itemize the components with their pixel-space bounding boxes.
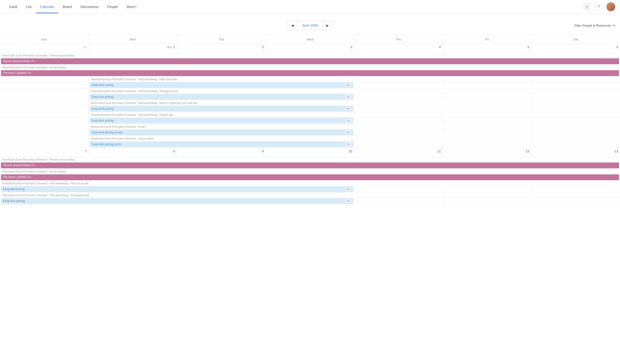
day-6: 6 [531, 44, 620, 53]
week2-sub1-breadcrumb: TeamGantt Event Promotion Schedule : Pai… [0, 193, 620, 198]
day-10: 10 [266, 148, 354, 157]
current-month-label[interactable]: June 2020 [297, 21, 323, 30]
day-3: 3 [266, 44, 354, 53]
filter-people-resources-button[interactable]: Filter People & Resources ▼ [574, 24, 615, 27]
week1-bar1-cell[interactable]: Secure sponsorships 0% [0, 58, 620, 65]
filter-label: Filter People & Resources [574, 24, 611, 27]
week1-bar2-cell[interactable]: Pre-event updates 0% [0, 70, 620, 77]
calendar-header-row: Sun Mon Tue Wed Thu Fri Sat [0, 35, 620, 44]
week1-sub2-breadcrumb: TeamGantt Event Promotion Schedule : Pai… [0, 101, 620, 105]
help-icon-button[interactable]: ? [595, 3, 603, 11]
nav-discussions[interactable]: Discussions [76, 0, 103, 13]
pre-event-updates-bar[interactable]: Pre-event updates 0% [1, 70, 619, 76]
month-label-jun: Jun [167, 45, 172, 49]
user-avatar[interactable] [606, 2, 615, 11]
next-month-button[interactable]: ▶ [323, 21, 332, 30]
col-header-thu: Thu [354, 35, 443, 44]
week2-sub1-bar-row[interactable]: Early-bird pricing 0% [0, 198, 620, 205]
sub4-bar-cell[interactable]: Early-bird pricing emails 0% [89, 129, 354, 136]
sub2-pct: 0% [345, 107, 351, 110]
week2-sub0-bar[interactable]: Early-bird pricing 0% [1, 186, 353, 192]
sub5-bar-cell[interactable]: Early-bird pricing posts 0% [89, 141, 354, 148]
week2-bar2-row[interactable]: Pre-event updates 0% [0, 174, 620, 181]
day-5: 5 [443, 44, 532, 53]
sub2-bar[interactable]: Early-bird pricing 0% [90, 106, 353, 112]
week2-secure-sponsorships-bar[interactable]: Secure sponsorships 0% [1, 163, 619, 168]
week1-bar2-row[interactable]: Pre-event updates 0% [0, 70, 620, 77]
week1-breadcrumb2-row: TeamGantt Event Promotion Schedule : Eve… [0, 65, 620, 70]
sub0-pct: 0% [345, 83, 351, 87]
week1-sub5-bar-row[interactable]: Early-bird pricing posts 0% [0, 141, 620, 148]
col-header-wed: Wed [266, 35, 354, 44]
week2-bar1-row[interactable]: Secure sponsorships 0% [0, 162, 620, 169]
col-header-mon: Mon [89, 35, 177, 44]
nav-board[interactable]: Board [58, 0, 76, 13]
day-11: 11 [354, 148, 443, 157]
week2-sub0-bar-cell[interactable]: Early-bird pricing 0% [0, 186, 354, 193]
week2-bar1-cell[interactable]: Secure sponsorships 0% [0, 162, 620, 169]
week2-sub1-bar-cell[interactable]: Early-bird pricing 0% [0, 198, 354, 205]
sub4-label: TeamGantt Event Promotion Schedule : Ema… [89, 124, 620, 129]
week2-sub1-pct: 0% [345, 199, 351, 203]
week2-sub1-bar[interactable]: Early-bird pricing 0% [1, 198, 353, 204]
week1-sub3-breadcrumb: TeamGantt Event Promotion Schedule : Pai… [0, 112, 620, 117]
day-31: 31 [0, 44, 89, 53]
nav-calendar[interactable]: Calendar [36, 0, 58, 13]
sub0-bar-cell[interactable]: Early-bird pricing 0% [89, 82, 354, 89]
week1-sub2-bar-row[interactable]: Early-bird pricing 0% [0, 105, 620, 112]
week1-sub0-bar-row[interactable]: Early-bird pricing 0% [0, 82, 620, 89]
week2-sub0-bar-label: Early-bird pricing [3, 187, 25, 191]
sub4-bar[interactable]: Early-bird pricing emails 0% [90, 130, 353, 135]
secure-sponsorships-pct: 0% [31, 60, 35, 62]
nav-list[interactable]: List [22, 0, 36, 13]
calendar-view: Sun Mon Tue Wed Thu Fri Sat 31 Jun1 2 3 … [0, 35, 620, 205]
week2-breadcrumb1: TeamGantt Event Promotion Schedule : Par… [0, 157, 620, 162]
sub3-pct: 0% [345, 119, 351, 122]
nav-people[interactable]: People [103, 0, 122, 13]
nav-gantt[interactable]: Gantt [5, 0, 22, 13]
sub5-bar[interactable]: Early-bird pricing posts 0% [90, 141, 353, 147]
clock-icon-button[interactable]: ◴ [583, 3, 591, 11]
sub1-bar[interactable]: Early-bird pricing 0% [90, 94, 353, 100]
sub3-bar[interactable]: Early-bird pricing 0% [90, 118, 353, 123]
sub0-bar[interactable]: Early-bird pricing 0% [90, 82, 353, 88]
sub2-bar-cell[interactable]: Early-bird pricing 0% [89, 105, 354, 112]
week1-sub3-bar-row[interactable]: Early-bird pricing 0% [0, 117, 620, 124]
sub1-pct: 0% [345, 95, 351, 99]
sub3-empty [0, 117, 89, 124]
clock-icon: ◴ [585, 4, 589, 9]
col-header-fri: Fri [443, 35, 532, 44]
week1-sub1-bar-row[interactable]: Early-bird pricing 0% [0, 93, 620, 101]
day-2: 2 [177, 44, 266, 53]
week1-breadcrumb1: TeamGantt Event Promotion Schedule : Par… [0, 53, 620, 58]
more-dropdown-icon: ▾ [135, 5, 137, 8]
week2-pre-event-updates-bar[interactable]: Pre-event updates 0% [1, 174, 619, 180]
sub3-bar-cell[interactable]: Early-bird pricing 0% [89, 117, 354, 124]
week2-sub0-bar-row[interactable]: Early-bird pricing 0% [0, 186, 620, 193]
week1-breadcrumb1-row: TeamGantt Event Promotion Schedule : Par… [0, 53, 620, 58]
week1-sub4-bar-row[interactable]: Early-bird pricing emails 0% [0, 129, 620, 136]
week2-breadcrumb2: TeamGantt Event Promotion Schedule : Eve… [0, 169, 620, 174]
week2-breadcrumb2-row: TeamGantt Event Promotion Schedule : Eve… [0, 169, 620, 174]
sub1-empty [0, 93, 89, 101]
nav-more[interactable]: More ▾ [122, 0, 141, 13]
sub0-label: TeamGantt Event Promotion Schedule : Pai… [89, 77, 620, 82]
week2-sub0-breadcrumb: TeamGantt Event Promotion Schedule : Pai… [0, 181, 620, 186]
week2-bar2-cell[interactable]: Pre-event updates 0% [0, 174, 620, 181]
week1-sub5-breadcrumb: TeamGantt Event Promotion Schedule : Soc… [0, 136, 620, 141]
sub2-label: TeamGantt Event Promotion Schedule : Pai… [89, 101, 620, 105]
week2-bar2-label: Pre-event updates [3, 175, 27, 179]
date-navigation: ◀ June 2020 ▶ [288, 21, 332, 30]
sub5-bar-label: Early-bird pricing posts [92, 143, 121, 146]
calendar-table: Sun Mon Tue Wed Thu Fri Sat 31 Jun1 2 3 … [0, 35, 620, 205]
prev-month-button[interactable]: ◀ [288, 21, 297, 30]
week1-bar1-row[interactable]: Secure sponsorships 0% [0, 58, 620, 65]
day-13: 13 [531, 148, 620, 157]
avatar-image [606, 2, 615, 11]
week2-bar1-pct: 0% [31, 164, 35, 167]
sub4-pct: 0% [345, 131, 351, 134]
sub1-bar-cell[interactable]: Early-bird pricing 0% [89, 93, 354, 101]
secure-sponsorships-bar[interactable]: Secure sponsorships 0% [1, 58, 619, 64]
week1-breadcrumb2: TeamGantt Event Promotion Schedule : Eve… [0, 65, 620, 70]
week2-bar2-pct: 0% [27, 176, 31, 179]
